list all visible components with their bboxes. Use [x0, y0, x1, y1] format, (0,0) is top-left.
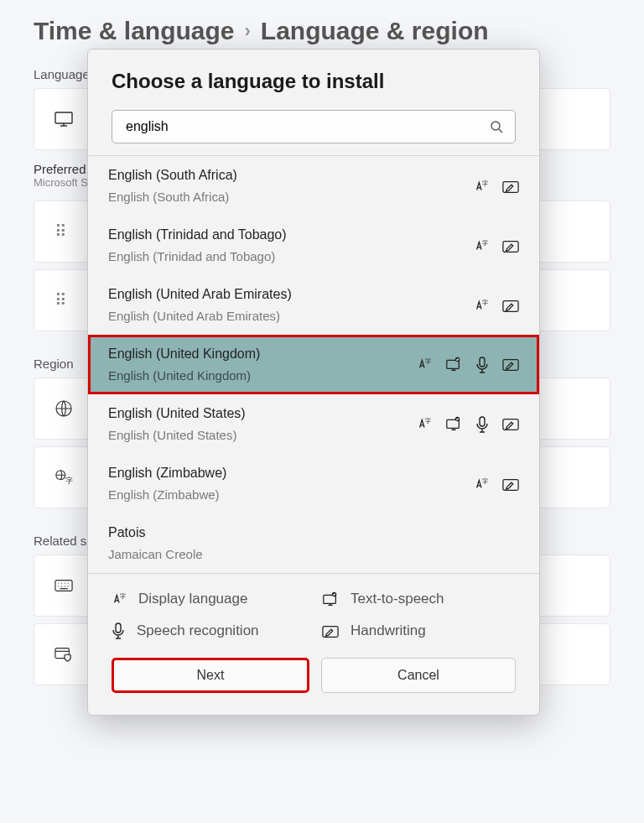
- legend-tts: Text-to-speech: [322, 591, 516, 607]
- speech-recognition-icon: [475, 357, 489, 373]
- cancel-button[interactable]: Cancel: [321, 658, 516, 693]
- language-row[interactable]: English (Zimbabwe)English (Zimbabwe)字: [88, 454, 539, 513]
- keyboard-icon: [55, 576, 73, 595]
- language-native: English (United Arab Emirates): [108, 309, 464, 323]
- search-wrap[interactable]: [112, 110, 516, 143]
- text-to-speech-icon: [445, 416, 462, 433]
- handwriting-icon: [502, 477, 519, 492]
- display-language-icon: 字: [474, 179, 489, 194]
- handwriting-icon: [502, 179, 519, 194]
- svg-rect-28: [116, 623, 121, 633]
- handwriting-icon: [502, 357, 519, 373]
- globe-icon: [55, 399, 73, 418]
- speech-recognition-icon: [112, 622, 125, 639]
- breadcrumb-parent[interactable]: Time & language: [34, 17, 235, 45]
- search-input[interactable]: [124, 118, 490, 135]
- feature-icons: 字: [417, 357, 519, 373]
- display-language-icon: 字: [474, 477, 489, 492]
- speech-recognition-icon: [475, 416, 489, 433]
- breadcrumb: Time & language › Language & region: [34, 17, 610, 45]
- display-language-icon: 字: [417, 416, 432, 433]
- legend-handwriting: Handwriting: [322, 622, 516, 639]
- svg-text:字: 字: [482, 239, 488, 247]
- svg-text:字: 字: [65, 477, 73, 485]
- svg-rect-0: [55, 112, 72, 123]
- handwriting-icon: [502, 238, 519, 253]
- language-name: English (United Kingdom): [108, 346, 407, 362]
- handwriting-icon: [322, 623, 339, 638]
- language-name: English (South Africa): [108, 168, 464, 183]
- language-native: English (South Africa): [108, 190, 464, 204]
- card-shield-icon: [55, 645, 73, 664]
- language-row[interactable]: English (South Africa)English (South Afr…: [88, 156, 539, 216]
- language-native: English (Zimbabwe): [108, 487, 464, 502]
- handwriting-icon: [502, 298, 519, 313]
- language-native: English (United Kingdom): [108, 368, 407, 383]
- svg-rect-12: [503, 300, 518, 311]
- svg-text:字: 字: [425, 417, 431, 425]
- legend-speech: Speech recognition: [112, 622, 305, 639]
- svg-rect-24: [503, 479, 518, 490]
- svg-text:字: 字: [425, 357, 431, 365]
- feature-icons: 字: [417, 416, 519, 433]
- display-language-icon: 字: [474, 238, 489, 253]
- svg-text:字: 字: [482, 299, 488, 306]
- language-list: English (South Africa)English (South Afr…: [88, 155, 539, 573]
- language-row[interactable]: PatoisJamaican Creole: [88, 513, 539, 573]
- language-native: English (United States): [108, 428, 407, 442]
- svg-text:字: 字: [120, 592, 126, 600]
- language-name: English (Trinidad and Tobago): [108, 227, 464, 242]
- language-row[interactable]: English (United Arab Emirates)English (U…: [88, 275, 539, 335]
- svg-rect-21: [480, 417, 485, 426]
- feature-icons: 字: [474, 298, 519, 313]
- display-language-icon: 字: [474, 298, 489, 313]
- drag-handle-icon[interactable]: ⠿: [55, 228, 69, 235]
- next-button[interactable]: Next: [112, 658, 309, 693]
- drag-handle-icon[interactable]: ⠿: [55, 297, 69, 304]
- search-icon: [490, 120, 503, 133]
- language-row[interactable]: English (United Kingdom)English (United …: [88, 335, 539, 394]
- display-icon: [55, 110, 73, 128]
- svg-rect-17: [503, 359, 518, 370]
- feature-icons: 字: [474, 179, 519, 194]
- language-row[interactable]: English (Trinidad and Tobago)English (Tr…: [88, 216, 539, 275]
- svg-rect-8: [503, 181, 518, 192]
- svg-rect-29: [323, 627, 338, 638]
- dialog-title: Choose a language to install: [112, 70, 516, 93]
- svg-point-6: [491, 122, 500, 130]
- choose-language-dialog: Choose a language to install English (So…: [87, 49, 540, 716]
- breadcrumb-current: Language & region: [261, 17, 489, 45]
- language-row[interactable]: English (United States)English (United S…: [88, 394, 539, 454]
- display-language-icon: 字: [417, 357, 432, 373]
- svg-rect-22: [503, 419, 518, 430]
- display-language-icon: 字: [112, 591, 127, 607]
- language-native: Jamaican Creole: [108, 547, 509, 561]
- svg-text:字: 字: [482, 477, 488, 485]
- chevron-right-icon: ›: [245, 20, 251, 42]
- language-name: Patois: [108, 525, 509, 540]
- svg-rect-16: [480, 357, 485, 367]
- legend-display: 字 Display language: [112, 591, 305, 607]
- svg-text:字: 字: [482, 180, 488, 187]
- handwriting-icon: [502, 416, 519, 433]
- feature-legend: 字 Display language Text-to-speech Speech…: [88, 573, 539, 639]
- regional-format-icon: 字: [55, 468, 73, 487]
- language-name: English (United Arab Emirates): [108, 287, 464, 302]
- svg-rect-10: [503, 241, 518, 252]
- feature-icons: 字: [474, 477, 519, 492]
- language-name: English (Zimbabwe): [108, 466, 464, 481]
- svg-rect-4: [55, 581, 72, 591]
- feature-icons: 字: [474, 238, 519, 253]
- language-name: English (United States): [108, 406, 407, 421]
- text-to-speech-icon: [445, 357, 462, 373]
- language-native: English (Trinidad and Tobago): [108, 249, 464, 263]
- text-to-speech-icon: [322, 591, 339, 607]
